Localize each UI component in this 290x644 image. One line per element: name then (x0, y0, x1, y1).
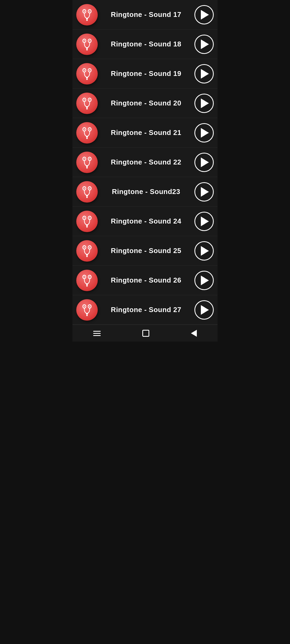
earbuds-svg (80, 67, 94, 81)
ringtone-icon (76, 299, 98, 321)
svg-rect-63 (86, 226, 88, 228)
menu-icon[interactable] (93, 331, 101, 336)
back-icon[interactable] (191, 330, 197, 337)
svg-point-10 (84, 40, 85, 41)
svg-point-66 (84, 247, 85, 248)
play-button[interactable] (194, 94, 214, 113)
list-item: Ringtone - Sound 24 (73, 207, 218, 236)
svg-point-74 (84, 276, 85, 277)
earbuds-svg (80, 185, 94, 199)
play-triangle-icon (201, 98, 209, 108)
svg-point-53 (89, 188, 90, 189)
ringtone-name: Ringtone - Sound 26 (98, 276, 194, 284)
earbuds-svg (80, 214, 94, 229)
ringtone-name: Ringtone - Sound23 (98, 188, 194, 196)
svg-point-82 (84, 306, 85, 307)
svg-point-14 (86, 47, 88, 49)
svg-rect-79 (86, 285, 88, 287)
svg-point-22 (86, 77, 88, 78)
play-button[interactable] (194, 153, 214, 172)
list-item: Ringtone - Sound 20 (73, 89, 218, 118)
list-item: Ringtone - Sound 21 (73, 118, 218, 148)
svg-point-70 (86, 254, 88, 255)
play-button[interactable] (194, 212, 214, 231)
svg-point-62 (86, 224, 88, 226)
earbuds-svg (80, 126, 94, 140)
svg-rect-7 (86, 19, 88, 21)
play-triangle-icon (201, 276, 209, 285)
svg-rect-39 (86, 137, 88, 139)
play-button[interactable] (194, 271, 214, 290)
play-button[interactable] (194, 182, 214, 202)
svg-point-78 (86, 283, 88, 285)
svg-point-46 (86, 165, 88, 167)
hamburger-line-2 (93, 333, 101, 334)
svg-point-34 (84, 129, 85, 130)
svg-rect-31 (86, 108, 88, 109)
list-item: Ringtone - Sound 18 (73, 30, 218, 59)
list-item: Ringtone - Sound 26 (73, 266, 218, 295)
svg-point-38 (86, 136, 88, 137)
play-triangle-icon (201, 246, 209, 256)
earbuds-svg (80, 244, 94, 258)
earbuds-svg (80, 37, 94, 52)
list-item: Ringtone - Sound 25 (73, 236, 218, 266)
svg-point-77 (89, 276, 90, 277)
ringtone-icon (76, 63, 98, 85)
play-button[interactable] (194, 64, 214, 83)
ringtone-name: Ringtone - Sound 17 (98, 10, 194, 19)
list-item: Ringtone - Sound 22 (73, 148, 218, 177)
ringtone-icon (76, 4, 98, 25)
svg-point-69 (89, 247, 90, 248)
svg-point-21 (89, 69, 90, 71)
ringtone-icon (76, 34, 98, 55)
play-button[interactable] (194, 123, 214, 142)
earbuds-svg (80, 96, 94, 111)
svg-point-30 (86, 106, 88, 108)
list-item: Ringtone - Sound 27 (73, 295, 218, 325)
svg-point-13 (89, 40, 90, 41)
svg-rect-47 (86, 167, 88, 169)
svg-rect-87 (86, 314, 88, 316)
svg-point-5 (89, 10, 90, 12)
play-triangle-icon (201, 69, 209, 79)
earbuds-svg (80, 273, 94, 288)
ringtone-name: Ringtone - Sound 20 (98, 99, 194, 107)
play-triangle-icon (201, 128, 209, 138)
svg-point-54 (86, 195, 88, 196)
earbuds-svg (80, 8, 94, 22)
svg-rect-15 (86, 49, 88, 50)
ringtone-name: Ringtone - Sound 25 (98, 247, 194, 255)
svg-point-18 (84, 69, 85, 71)
ringtone-name: Ringtone - Sound 27 (98, 306, 194, 314)
bottom-navigation (73, 325, 218, 342)
ringtone-icon (76, 181, 98, 203)
play-triangle-icon (201, 39, 209, 49)
svg-point-37 (89, 129, 90, 130)
svg-point-45 (89, 158, 90, 159)
svg-point-85 (89, 306, 90, 307)
play-button[interactable] (194, 241, 214, 261)
svg-rect-55 (86, 196, 88, 198)
hamburger-line-3 (93, 335, 101, 336)
earbuds-svg (80, 303, 94, 317)
svg-point-29 (89, 99, 90, 100)
list-item: Ringtone - Sound23 (73, 177, 218, 207)
svg-point-42 (84, 158, 85, 159)
ringtone-icon (76, 270, 98, 291)
play-button[interactable] (194, 300, 214, 320)
play-button[interactable] (194, 35, 214, 54)
ringtone-icon (76, 122, 98, 144)
ringtone-name: Ringtone - Sound 19 (98, 69, 194, 78)
ringtone-name: Ringtone - Sound 24 (98, 217, 194, 225)
svg-point-61 (89, 217, 90, 218)
ringtone-name: Ringtone - Sound 18 (98, 40, 194, 48)
play-button[interactable] (194, 5, 214, 24)
list-item: Ringtone - Sound 17 (73, 0, 218, 30)
ringtone-name: Ringtone - Sound 22 (98, 158, 194, 166)
play-triangle-icon (201, 10, 209, 20)
svg-point-26 (84, 99, 85, 100)
earbuds-svg (80, 155, 94, 170)
svg-rect-23 (86, 78, 88, 80)
home-icon[interactable] (142, 330, 149, 337)
